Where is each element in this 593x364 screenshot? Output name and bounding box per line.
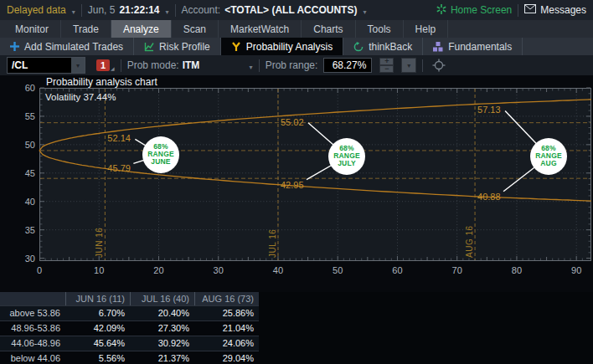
symbol-value: /CL — [8, 59, 71, 71]
date-label: Jun, 5 — [88, 4, 116, 16]
messages-button[interactable]: Messages — [524, 4, 586, 16]
menu-tab-charts[interactable]: Charts — [302, 20, 355, 38]
probability-value: 45.64% — [65, 336, 130, 351]
divider — [518, 4, 518, 17]
subtab-label: Fundamentals — [448, 41, 512, 53]
subtab-fundamentals[interactable]: Fundamentals — [423, 38, 523, 55]
expiration-label: JUL 16 — [268, 229, 277, 258]
menu-tab-marketwatch[interactable]: MarketWatch — [219, 20, 302, 38]
table-header-row: JUN 16 (11)JUL 16 (40)AUG 16 (73) — [0, 292, 259, 305]
prob-mode-value: ITM — [183, 59, 200, 71]
divider — [259, 59, 260, 72]
x-axis-tick-label: 0 — [37, 265, 42, 275]
volatility-annotation: Volatility 37.44% — [45, 92, 116, 102]
stepper-down-button[interactable]: − — [379, 65, 394, 73]
y-axis-tick-label: 30 — [25, 254, 35, 264]
prob-mode-selector[interactable]: Prob mode: ITM ▾ — [127, 59, 253, 71]
prob-range-dropdown-button[interactable]: ▾ — [401, 58, 416, 73]
chevron-down-icon: ▾ — [165, 8, 168, 16]
expiration-label: AUG 16 — [465, 225, 474, 258]
y-axis-tick-label: 60 — [25, 83, 35, 93]
x-axis-tick-label: 10 — [94, 265, 104, 275]
row-label: 44.06-48.96 — [0, 336, 65, 351]
prob-range-input[interactable]: 68.27% — [323, 58, 372, 73]
clock-selector[interactable]: Jun, 5 21:22:14 ▾ — [88, 4, 169, 16]
x-axis-tick-label: 50 — [333, 265, 343, 275]
spark-icon — [436, 4, 446, 17]
menu-tab-tools[interactable]: Tools — [356, 20, 404, 38]
x-axis-tick-label: 40 — [273, 265, 283, 275]
row-label: 48.96-53.86 — [0, 321, 65, 336]
lower-band-value: 40.88 — [477, 192, 501, 202]
subtab-label: thinkBack — [369, 41, 412, 53]
fundamentals-icon — [433, 42, 443, 52]
home-screen-button[interactable]: Home Screen — [436, 4, 512, 17]
subtab-add-simulated-trades[interactable]: Add Simulated Trades — [0, 38, 134, 55]
probability-value: 29.04% — [194, 351, 259, 364]
symbol-dropdown-button[interactable]: ▾ — [71, 58, 85, 73]
probability-value: 25.86% — [194, 306, 259, 320]
alerts-badge[interactable]: 1 — [96, 59, 110, 71]
lower-band-value: 42.95 — [281, 180, 304, 190]
probability-value: 6.70% — [65, 306, 130, 320]
messages-label: Messages — [540, 4, 586, 16]
alerts-indicator[interactable]: 1 ◢ — [96, 59, 115, 71]
chevron-down-icon: ▾ — [72, 8, 75, 16]
menu-tab-trade[interactable]: Trade — [61, 20, 111, 38]
top-status-bar: Delayed data ▾ Jun, 5 21:22:14 ▾ Account… — [0, 0, 593, 20]
delayed-data-label: Delayed data — [7, 4, 66, 16]
table-row: 48.96-53.8642.09%27.30%21.04% — [0, 320, 259, 336]
prob-range-value: 68.27% — [333, 59, 367, 71]
plus-icon — [10, 42, 19, 51]
main-menu: MonitorTradeAnalyzeScanMarketWatchCharts… — [0, 20, 593, 38]
probability-value: 27.30% — [130, 321, 194, 336]
row-label: above 53.86 — [0, 306, 65, 320]
table-row: below 44.065.56%21.37%29.04% — [0, 351, 259, 364]
menu-tab-help[interactable]: Help — [404, 20, 449, 38]
upper-band-value: 55.02 — [281, 117, 304, 127]
divider — [121, 59, 121, 72]
divider — [175, 4, 176, 17]
delayed-data-selector[interactable]: Delayed data ▾ — [7, 4, 75, 16]
table-header: AUG 16 (73) — [194, 292, 259, 305]
account-label: Account: — [182, 4, 221, 16]
menu-tab-analyze[interactable]: Analyze — [111, 20, 172, 38]
subtab-thinkback[interactable]: thinkBack — [343, 38, 423, 55]
x-axis-tick-label: 90 — [571, 265, 581, 275]
x-axis-tick-label: 60 — [392, 265, 402, 275]
table-header: JUN 16 (11) — [65, 292, 130, 305]
thinkorswim-app: Delayed data ▾ Jun, 5 21:22:14 ▾ Account… — [0, 0, 593, 364]
menu-tab-scan[interactable]: Scan — [172, 20, 219, 38]
row-label: below 44.06 — [0, 351, 65, 364]
account-value: <TOTAL> (ALL ACCOUNTS) — [224, 4, 357, 16]
x-axis-tick-label: 20 — [153, 265, 163, 275]
x-axis-tick-label: 70 — [452, 265, 462, 275]
probability-value: 5.56% — [65, 351, 130, 364]
chevron-down-icon: ▾ — [363, 8, 366, 16]
chevron-down-icon: ◢ — [111, 65, 115, 71]
account-selector[interactable]: Account: <TOTAL> (ALL ACCOUNTS) ▾ — [182, 4, 367, 16]
lower-band-value: 45.79 — [107, 163, 131, 173]
crosshair-icon[interactable] — [432, 59, 446, 72]
table-header: JUL 16 (40) — [130, 292, 194, 305]
chart-controls: /CL ▾ 1 ◢ Prob mode: ITM ▾ Prob range: 6… — [0, 55, 593, 75]
probability-analysis-chart[interactable]: JUN 16JUL 16AUG 1652.1445.7955.0242.9557… — [0, 75, 593, 292]
expiration-label: JUN 16 — [95, 228, 104, 258]
prob-mode-label: Prob mode: — [127, 59, 179, 71]
symbol-input[interactable]: /CL ▾ — [7, 57, 85, 74]
subtab-label: Probability Analysis — [246, 41, 333, 53]
subtab-risk-profile[interactable]: Risk Profile — [134, 38, 221, 55]
upper-band-value: 52.14 — [107, 133, 131, 143]
y-axis-tick-label: 50 — [25, 140, 35, 150]
table-row: above 53.866.70%20.40%25.86% — [0, 305, 259, 320]
x-axis-tick-label: 80 — [512, 265, 522, 275]
chevron-down-icon: ▾ — [250, 64, 253, 71]
probability-table: JUN 16 (11)JUL 16 (40)AUG 16 (73)above 5… — [0, 292, 259, 364]
time-value: 21:22:14 — [119, 4, 159, 16]
prob-range-stepper[interactable]: + − — [379, 58, 394, 73]
probability-chart-panel: Probability analysis chart JUN 16JUL 16A… — [0, 75, 593, 292]
menu-tab-monitor[interactable]: Monitor — [3, 20, 61, 38]
subtab-probability-analysis[interactable]: Probability Analysis — [221, 38, 343, 55]
probability-value: 20.40% — [130, 306, 194, 320]
probability-icon — [231, 42, 241, 52]
